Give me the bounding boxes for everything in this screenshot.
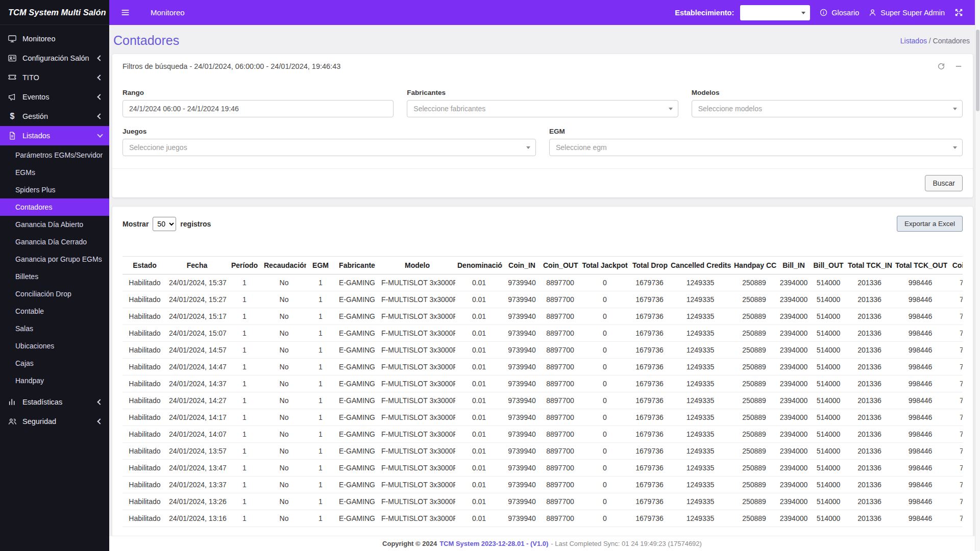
table-row: Habilitado24/01/2024, 14:37:131No1E-GAMI… [122,375,963,392]
fabricantes-select[interactable]: Seleccione fabricantes [407,100,678,117]
table-cell: 8897700 [541,426,579,443]
sidebar-item-ubicaciones[interactable]: Ubicaciones [0,337,109,355]
table-cell: 514000 [811,291,846,308]
table-cell: 514000 [811,392,846,409]
table-cell: 1 [227,409,262,426]
sidebar-item-eventos[interactable]: Eventos [0,87,109,107]
sidebar-item-tito[interactable]: TITO [0,68,109,87]
table-cell: F-MULTISLOT 3x3000FL [379,443,455,460]
column-header-bill-in[interactable]: Bill_IN [776,257,811,274]
table-cell: 0 [579,460,630,477]
column-header-modelo[interactable]: Modelo [379,257,455,274]
table-cell: 8897700 [541,359,579,375]
user-menu[interactable]: Super Super Admin [868,8,945,17]
sidebar-item-egms[interactable]: EGMs [0,164,109,181]
table-cell: 8897700 [541,409,579,426]
column-header-coin-out[interactable]: Coin_OUT [541,257,579,274]
sidebar-item-handpay[interactable]: Handpay [0,372,109,389]
topbar-nav-monitoreo[interactable]: Monitoreo [151,8,185,17]
egm-select[interactable]: Seleccione egm [549,139,963,156]
table-cell: 2394000 [776,443,811,460]
sidebar-item-monitoreo[interactable]: Monitoreo [0,29,109,48]
sidebar-item-cajas[interactable]: Cajas [0,355,109,372]
sidebar-item-ganancia-por-grupo-egms[interactable]: Ganancia por Grupo EGMs [0,251,109,268]
table-cell: 2394000 [776,392,811,409]
table-cell: 201336 [846,342,893,359]
table-cell: 250889 [732,291,776,308]
fullscreen-icon[interactable] [954,8,964,17]
column-header-coin-in[interactable]: Coin_IN [503,257,541,274]
table-cell: 1679736 [630,493,669,510]
sidebar-item-parametros-egms-servidor[interactable]: Parámetros EGMs/Servidor [0,146,109,164]
search-button[interactable]: Buscar [925,175,963,191]
column-header-coin-drop[interactable]: Coin Drop [947,257,963,274]
table-cell: 514000 [811,409,846,426]
column-header-total-tck-in[interactable]: Total TCK_IN [846,257,893,274]
hamburger-menu-icon[interactable] [120,8,130,17]
sidebar-item-ganancia-dia-abierto[interactable]: Ganancia Día Abierto [0,216,109,233]
column-header-fecha[interactable]: Fecha [167,257,227,274]
table-cell: F-MULTISLOT 3x3000FL [379,325,455,342]
sidebar-item-ganancia-dia-cerrado[interactable]: Ganancia Día Cerrado [0,233,109,251]
table-row: Habilitado24/01/2024, 14:47:151No1E-GAMI… [122,359,963,375]
table-cell: 201336 [846,359,893,375]
filter-field-juegos: Juegos Seleccione juegos [122,128,536,156]
column-header-total-jackpot[interactable]: Total Jackpot [579,257,630,274]
table-cell: 1249335 [669,409,732,426]
column-header-cancelled-credits[interactable]: Cancelled Credits [669,257,732,274]
export-excel-button[interactable]: Exportar a Excel [897,216,963,232]
vertical-scrollbar[interactable] [975,0,980,551]
sidebar-item-spiders-plus[interactable]: Spiders Plus [0,181,109,198]
table-cell: 1679736 [630,477,669,493]
table-cell: 8897700 [541,308,579,325]
table-cell: 998446 [893,392,947,409]
table-cell: 514000 [811,342,846,359]
page-size-select[interactable]: 50 [153,217,176,231]
table-cell: Habilitado [122,493,167,510]
refresh-icon[interactable] [937,62,945,70]
column-header-total-drop[interactable]: Total Drop [630,257,669,274]
table-cell: 0 [579,493,630,510]
juegos-select[interactable]: Seleccione juegos [122,139,536,156]
modelos-select[interactable]: Seleccione modelos [692,100,963,117]
column-header-total-tck-out[interactable]: Total TCK_OUT [893,257,947,274]
breadcrumb-listados-link[interactable]: Listados [900,37,927,45]
main-content: Contadores Listados / Contadores Filtros… [109,0,975,542]
version-link[interactable]: TCM System 2023-12-28.01 - (V1.0) [439,540,548,547]
sidebar-item-contable[interactable]: Contable [0,303,109,320]
table-cell: 1249335 [669,359,732,375]
table-cell: No [262,375,306,392]
sidebar-item-seguridad[interactable]: Seguridad [0,412,109,431]
column-header-egm[interactable]: EGM [306,257,335,274]
column-header-fabricante[interactable]: Fabricante [335,257,379,274]
table-cell: 250889 [732,477,776,493]
column-header-bill-out[interactable]: Bill_OUT [811,257,846,274]
sidebar-item-billetes[interactable]: Billetes [0,268,109,285]
chevron-down-icon [953,146,957,149]
column-header-estado[interactable]: Estado [122,257,167,274]
collapse-icon[interactable] [954,62,963,70]
sidebar-item-gestion[interactable]: $Gestión [0,107,109,126]
column-header-denominacion[interactable]: Denominación [455,257,503,274]
table-cell: 201336 [846,308,893,325]
show-label: Mostrar [122,220,149,228]
table-cell: 0 [579,342,630,359]
column-header-recaudacion[interactable]: Recaudación [262,257,306,274]
sidebar-item-estadisticas[interactable]: Estadísticas [0,392,109,412]
column-header-handpay-cc[interactable]: Handpay CC [732,257,776,274]
rango-input[interactable]: 24/1/2024 06:00 - 24/1/2024 19:46 [122,100,394,117]
establishment-select[interactable] [740,5,810,20]
sidebar-item-configuracion-salon[interactable]: Configuración Salón [0,48,109,68]
table-cell: 201336 [846,375,893,392]
glossary-link[interactable]: Glosario [819,8,859,17]
table-cell: Habilitado [122,325,167,342]
table-row: Habilitado24/01/2024, 13:16:571No1E-GAMI… [122,510,963,527]
sidebar-item-contadores[interactable]: Contadores [0,198,109,216]
table-cell: No [262,493,306,510]
scrollbar-thumb[interactable] [976,30,979,111]
sidebar-item-listados[interactable]: Listados [0,126,109,145]
sidebar-item-conciliacion-drop[interactable]: Conciliación Drop [0,285,109,303]
column-header-periodo[interactable]: Período [227,257,262,274]
sidebar-item-salas[interactable]: Salas [0,320,109,337]
table-cell: 75400 [947,325,963,342]
